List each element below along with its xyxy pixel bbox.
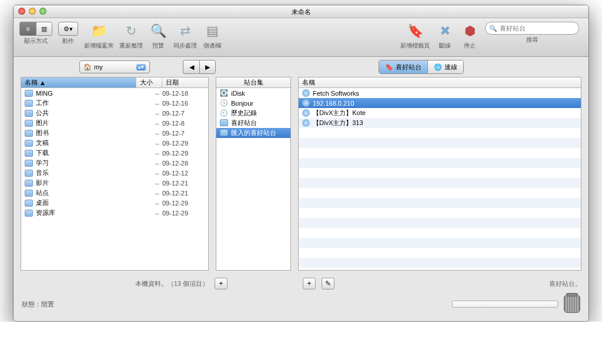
empty-row bbox=[299, 148, 581, 158]
globe-icon bbox=[302, 119, 310, 127]
bookmark-icon: 🔖 bbox=[385, 63, 393, 71]
bookmark-row[interactable]: Fetch Softworks bbox=[299, 88, 581, 98]
bookmark-name: 【DivX主力】Kote bbox=[313, 109, 577, 117]
action-button[interactable]: ⚙▾ bbox=[58, 22, 78, 36]
local-row[interactable]: MING--09-12-18 bbox=[21, 88, 208, 98]
local-row[interactable]: 站点--09-12-21 bbox=[21, 188, 208, 198]
empty-row bbox=[299, 138, 581, 148]
nav-forward-button[interactable]: ▶ bbox=[199, 60, 216, 74]
row-date: 09-12-12 bbox=[162, 170, 205, 177]
row-date: 09-12-7 bbox=[162, 130, 205, 137]
close-icon[interactable] bbox=[18, 8, 25, 15]
disconnect-icon[interactable]: ✖ bbox=[436, 22, 454, 41]
minimize-icon[interactable] bbox=[29, 8, 36, 15]
bookmarks-pane: 名稱 Fetch Softworks192.168.0.210【DivX主力】K… bbox=[298, 77, 581, 271]
titlebar[interactable]: 未命名 bbox=[14, 5, 588, 18]
action-label: 動作 bbox=[62, 37, 74, 45]
globe-icon bbox=[302, 109, 310, 117]
row-name: 站点 bbox=[36, 188, 133, 197]
bookmarks-footer: 喜好站台。 bbox=[549, 279, 581, 288]
local-row[interactable]: 图书--09-12-7 bbox=[21, 128, 208, 138]
local-row[interactable]: 桌面--09-12-29 bbox=[21, 198, 208, 208]
right-tabs: 🔖 喜好站台 🌐 連線 bbox=[379, 60, 464, 74]
new-folder-icon[interactable]: 📁 bbox=[89, 22, 108, 41]
tab-connections[interactable]: 🌐 連線 bbox=[428, 60, 463, 73]
preview-icon[interactable]: 🔍 bbox=[149, 22, 168, 41]
bookmark-row[interactable]: 192.168.0.210 bbox=[299, 98, 581, 108]
row-size: -- bbox=[136, 150, 159, 157]
empty-row bbox=[299, 258, 581, 268]
nav-back-button[interactable]: ◀ bbox=[183, 60, 199, 74]
search-field[interactable]: 🔍 bbox=[485, 22, 579, 35]
empty-row bbox=[299, 198, 581, 208]
row-size: -- bbox=[136, 170, 159, 177]
new-bookmark-icon[interactable]: 🔖 bbox=[406, 22, 424, 41]
row-name: 工作 bbox=[36, 99, 133, 107]
folder-icon bbox=[25, 140, 33, 147]
local-row[interactable]: 资源库--09-12-29 bbox=[21, 208, 208, 218]
local-row[interactable]: 公共--09-12-7 bbox=[21, 108, 208, 118]
collection-row[interactable]: 匯入的喜好站台 bbox=[216, 128, 290, 138]
row-name: 影片 bbox=[36, 178, 133, 187]
collection-icon bbox=[220, 129, 228, 137]
local-row[interactable]: 图片--09-12-8 bbox=[21, 118, 208, 128]
collection-icon bbox=[220, 119, 228, 127]
bookmarks-rows[interactable]: Fetch Softworks192.168.0.210【DivX主力】Kote… bbox=[299, 88, 581, 270]
bookmark-name: 192.168.0.210 bbox=[313, 100, 577, 107]
collection-icon: 🕓 bbox=[220, 99, 228, 107]
collection-row[interactable]: 喜好站台 bbox=[216, 118, 290, 128]
col-name[interactable]: 名稱▲ bbox=[21, 77, 136, 87]
view-columns-button[interactable]: ▥ bbox=[36, 22, 52, 36]
col-date[interactable]: 日期 bbox=[162, 77, 208, 87]
add-collection-button[interactable]: + bbox=[215, 278, 228, 289]
add-bookmark-button[interactable]: + bbox=[303, 278, 316, 289]
empty-row bbox=[299, 248, 581, 258]
folder-icon bbox=[25, 90, 33, 97]
folder-icon bbox=[25, 150, 33, 157]
reload-icon[interactable]: ↻ bbox=[122, 22, 141, 41]
empty-row bbox=[299, 178, 581, 188]
tab-favorites[interactable]: 🔖 喜好站台 bbox=[379, 60, 428, 73]
folder-icon bbox=[25, 160, 33, 167]
collections-rows[interactable]: 💽iDisk🕓Bonjour🕘歷史記錄喜好站台匯入的喜好站台 bbox=[216, 88, 290, 270]
globe-icon: 🌐 bbox=[434, 63, 442, 71]
globe-icon bbox=[302, 89, 310, 97]
sidebar-icon[interactable]: ▤ bbox=[203, 22, 222, 41]
collection-row[interactable]: 🕘歷史記錄 bbox=[216, 108, 290, 118]
sync-icon[interactable]: ⇄ bbox=[176, 22, 195, 41]
app-window: 未命名 ≡ ▥ 顯示方式 ⚙▾ 動作 📁 新增檔案夾 ↻ 重新整理 🔍 預覽 ⇄ bbox=[13, 5, 589, 322]
col-size[interactable]: 大小 bbox=[136, 77, 162, 87]
local-row[interactable]: 学习--09-12-28 bbox=[21, 158, 208, 168]
collection-name: 匯入的喜好站台 bbox=[231, 129, 287, 137]
progress-bar bbox=[452, 301, 558, 308]
zoom-icon[interactable] bbox=[39, 8, 46, 15]
bookmark-name: Fetch Softworks bbox=[313, 90, 577, 97]
collection-name: 歷史記錄 bbox=[231, 109, 287, 117]
search-input[interactable] bbox=[500, 25, 575, 32]
collection-row[interactable]: 💽iDisk bbox=[216, 88, 290, 98]
row-date: 09-12-21 bbox=[162, 190, 205, 197]
toolbar: ≡ ▥ 顯示方式 ⚙▾ 動作 📁 新增檔案夾 ↻ 重新整理 🔍 預覽 ⇄ 同步處… bbox=[14, 18, 588, 57]
local-row[interactable]: 下载--09-12-29 bbox=[21, 148, 208, 158]
status-bar: 狀態：閒置 bbox=[14, 289, 588, 321]
view-list-button[interactable]: ≡ bbox=[19, 22, 36, 36]
collection-row[interactable]: 🕓Bonjour bbox=[216, 98, 290, 108]
local-row[interactable]: 文稿--09-12-29 bbox=[21, 138, 208, 148]
stop-icon[interactable]: ⬢ bbox=[460, 22, 479, 41]
bookmark-row[interactable]: 【DivX主力】313 bbox=[299, 118, 581, 128]
home-icon: 🏠 bbox=[83, 63, 92, 71]
row-name: 音乐 bbox=[36, 168, 133, 177]
bookmarks-col-name[interactable]: 名稱 bbox=[299, 77, 581, 87]
local-row[interactable]: 工作--09-12-16 bbox=[21, 98, 208, 108]
row-size: -- bbox=[136, 120, 159, 127]
local-rows[interactable]: MING--09-12-18工作--09-12-16公共--09-12-7图片-… bbox=[21, 88, 208, 270]
edit-bookmark-button[interactable]: ✎ bbox=[322, 278, 335, 289]
local-row[interactable]: 影片--09-12-21 bbox=[21, 178, 208, 188]
path-selector[interactable]: 🏠 my ▴▾ bbox=[79, 60, 150, 73]
row-date: 09-12-28 bbox=[162, 160, 205, 167]
row-name: 学习 bbox=[36, 159, 133, 167]
bookmark-row[interactable]: 【DivX主力】Kote bbox=[299, 108, 581, 118]
trash-icon[interactable] bbox=[564, 295, 580, 313]
local-row[interactable]: 音乐--09-12-12 bbox=[21, 168, 208, 178]
empty-row bbox=[299, 238, 581, 248]
